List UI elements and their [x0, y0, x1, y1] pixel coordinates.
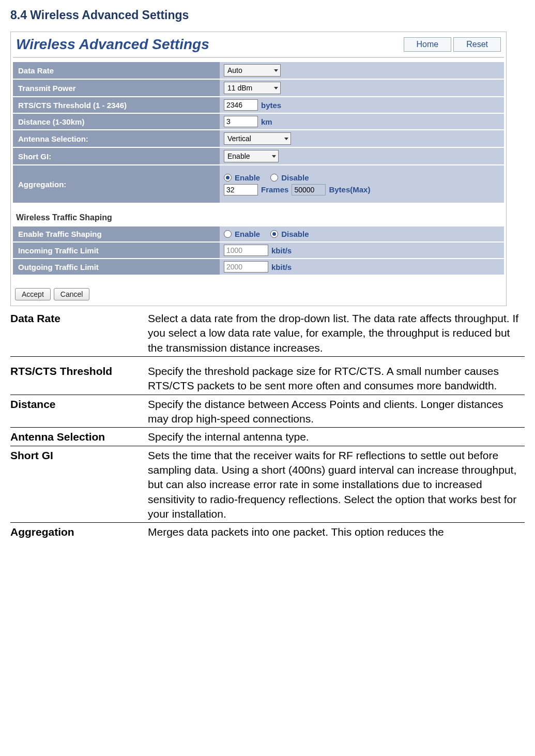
- data-rate-select[interactable]: Auto: [224, 64, 281, 77]
- panel-header: Wireless Advanced Settings Home Reset: [13, 34, 504, 58]
- desc-text: Specify the internal antenna type.: [148, 428, 525, 446]
- label-tx-power: Transmit Power: [13, 79, 220, 96]
- desc-text: Sets the time that the receiver waits fo…: [148, 446, 525, 523]
- desc-term: Data Rate: [10, 309, 148, 357]
- data-rate-value: Auto: [227, 66, 242, 74]
- aggregation-frames-input[interactable]: [224, 184, 258, 195]
- row-data-rate: Data Rate Auto: [13, 61, 504, 79]
- outgoing-unit: kbit/s: [271, 263, 292, 271]
- aggregation-bytes-input[interactable]: [292, 184, 326, 195]
- desc-term: Short GI: [10, 446, 148, 523]
- label-aggregation: Aggregation:: [13, 164, 220, 203]
- outgoing-input[interactable]: [224, 261, 268, 273]
- aggregation-disable-label: Disable: [281, 173, 309, 182]
- label-short-gi: Short GI:: [13, 147, 220, 164]
- desc-term: Aggregation: [10, 523, 148, 541]
- reset-button[interactable]: Reset: [453, 37, 501, 52]
- incoming-input[interactable]: [224, 245, 268, 256]
- desc-row-rts: RTS/CTS Threshold Specify the threshold …: [10, 362, 525, 395]
- desc-text: Merges data packets into one packet. Thi…: [148, 523, 525, 541]
- desc-row-distance: Distance Specify the distance between Ac…: [10, 395, 525, 428]
- desc-row-short-gi: Short GI Sets the time that the receiver…: [10, 446, 525, 523]
- label-outgoing: Outgoing Traffic Limit: [13, 258, 220, 275]
- short-gi-value: Enable: [227, 152, 250, 160]
- aggregation-enable-radio[interactable]: [224, 174, 232, 182]
- traffic-enable-radio[interactable]: [224, 230, 232, 238]
- tx-power-value: 11 dBm: [227, 84, 252, 92]
- section-heading: 8.4 Wireless Advanced Settings: [10, 8, 525, 22]
- chevron-down-icon: [272, 155, 276, 158]
- panel-title: Wireless Advanced Settings: [16, 36, 209, 53]
- accept-button[interactable]: Accept: [15, 288, 51, 300]
- row-antenna: Antenna Selection: Vertical: [13, 129, 504, 147]
- row-enable-traffic: Enable Traffic Shaping Enable Disable: [13, 225, 504, 241]
- tx-power-select[interactable]: 11 dBm: [224, 82, 281, 94]
- chevron-down-icon: [274, 69, 278, 72]
- row-short-gi: Short GI: Enable: [13, 147, 504, 164]
- traffic-shaping-heading: Wireless Traffic Shaping: [13, 203, 504, 225]
- desc-row-antenna: Antenna Selection Specify the internal a…: [10, 428, 525, 446]
- antenna-select[interactable]: Vertical: [224, 132, 291, 145]
- incoming-unit: kbit/s: [271, 246, 292, 255]
- chevron-down-icon: [284, 138, 288, 140]
- label-data-rate: Data Rate: [13, 61, 220, 79]
- label-rts-cts: RTS/CTS Threshold (1 - 2346): [13, 96, 220, 113]
- label-antenna: Antenna Selection:: [13, 129, 220, 147]
- panel-tabs: Home Reset: [404, 37, 501, 52]
- row-outgoing: Outgoing Traffic Limit kbit/s: [13, 258, 504, 275]
- aggregation-disable-radio[interactable]: [270, 174, 278, 182]
- distance-unit: km: [261, 117, 272, 126]
- traffic-disable-label: Disable: [281, 230, 309, 238]
- row-rts-cts: RTS/CTS Threshold (1 - 2346) bytes: [13, 96, 504, 113]
- rts-cts-input[interactable]: [224, 99, 258, 111]
- traffic-disable-radio[interactable]: [270, 230, 278, 238]
- settings-panel: Wireless Advanced Settings Home Reset Da…: [10, 32, 507, 306]
- rts-cts-unit: bytes: [261, 101, 281, 110]
- traffic-enable-label: Enable: [235, 230, 260, 238]
- distance-input[interactable]: [224, 116, 258, 127]
- home-button[interactable]: Home: [404, 37, 452, 52]
- aggregation-frames-unit: Frames: [261, 185, 288, 194]
- row-distance: Distance (1-30km) km: [13, 113, 504, 129]
- label-incoming: Incoming Traffic Limit: [13, 241, 220, 258]
- desc-term: Distance: [10, 395, 148, 428]
- row-incoming: Incoming Traffic Limit kbit/s: [13, 241, 504, 258]
- desc-text: Select a data rate from the drop-down li…: [148, 309, 525, 357]
- desc-text: Specify the distance between Access Poin…: [148, 395, 525, 428]
- label-enable-traffic: Enable Traffic Shaping: [13, 225, 220, 241]
- desc-text: Specify the threshold package size for R…: [148, 362, 525, 395]
- label-distance: Distance (1-30km): [13, 113, 220, 129]
- description-table: Data Rate Select a data rate from the dr…: [10, 309, 525, 541]
- row-aggregation: Aggregation: Enable Disable Frames Bytes…: [13, 164, 504, 203]
- desc-term: RTS/CTS Threshold: [10, 362, 148, 395]
- desc-row-aggregation: Aggregation Merges data packets into one…: [10, 523, 525, 541]
- row-tx-power: Transmit Power 11 dBm: [13, 79, 504, 96]
- short-gi-select[interactable]: Enable: [224, 150, 279, 162]
- aggregation-enable-label: Enable: [235, 173, 260, 182]
- footer-buttons: Accept Cancel: [13, 275, 504, 304]
- cancel-button[interactable]: Cancel: [54, 288, 90, 300]
- desc-term: Antenna Selection: [10, 428, 148, 446]
- aggregation-bytes-unit: Bytes(Max): [329, 185, 370, 194]
- desc-row-data-rate: Data Rate Select a data rate from the dr…: [10, 309, 525, 357]
- chevron-down-icon: [274, 87, 278, 89]
- antenna-value: Vertical: [227, 134, 251, 143]
